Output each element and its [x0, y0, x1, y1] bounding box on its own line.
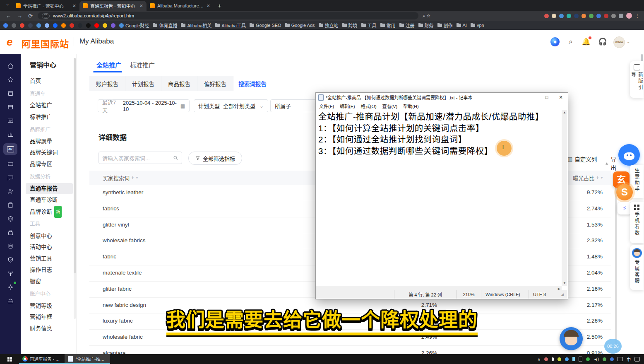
extension-icon[interactable] — [611, 14, 616, 18]
notepad-window[interactable]: *全站推广-推商品 【如何通过数据判断哪些关键词需要降权】.txt - 记事本 … — [315, 92, 568, 299]
notepad-vscrollbar[interactable]: ▲▼ — [562, 110, 567, 286]
bookmark-favicon[interactable] — [3, 23, 8, 28]
sub-account-filter[interactable]: 所属子 — [270, 99, 320, 112]
growth-icon[interactable] — [4, 269, 17, 278]
extension-icon[interactable] — [567, 14, 571, 18]
bookmark-favicon[interactable] — [45, 23, 49, 28]
video-icon[interactable] — [4, 116, 17, 125]
col-keyword-label[interactable]: 买家搜索词 — [103, 174, 130, 182]
customize-columns-button[interactable]: |▥ 自定义列 — [564, 155, 597, 163]
back-icon[interactable]: ← — [6, 13, 11, 19]
ad-report-icon[interactable]: AD — [3, 143, 17, 155]
user-menu-chevron-icon[interactable]: ⌄ — [627, 39, 630, 44]
col-exposure-label[interactable]: 曝光占比 — [573, 174, 594, 182]
url-input[interactable]: ☷ www2.alibaba.com/ads/p4p/report.htm — [38, 12, 418, 19]
sidebar-item-0[interactable]: 首页 — [30, 75, 76, 87]
sidebar-item-10[interactable]: 直通车诊断 — [30, 194, 76, 206]
finance-icon[interactable] — [4, 241, 17, 251]
report-tab-3[interactable]: 偏好报告 — [197, 76, 233, 91]
menu-2[interactable]: 格式(O) — [361, 103, 377, 109]
sort-icon[interactable]: ▲▼ — [596, 176, 599, 179]
column-filter-icon[interactable]: ▼ — [600, 176, 603, 180]
microphone-icon[interactable] — [552, 357, 554, 361]
extension-icon[interactable] — [582, 14, 586, 18]
sidebar-item-16[interactable]: 操作日志 — [30, 264, 76, 276]
tab-biaozhun[interactable]: 标准推广 — [130, 60, 155, 69]
brand-name[interactable]: 阿里国际站 — [22, 36, 69, 50]
sidebar-item-2[interactable]: 全站推广 — [30, 100, 76, 111]
bookmark-favicon[interactable] — [78, 23, 82, 28]
menu-1[interactable]: 编辑(E) — [340, 103, 355, 109]
bookmark-favicon[interactable] — [111, 23, 115, 28]
search-icon[interactable]: ⌕ — [566, 37, 575, 46]
support-headset-icon[interactable]: 🎧 — [598, 37, 607, 46]
phone-data-tab[interactable]: 手机看数 — [630, 202, 644, 243]
sidebar-item-6[interactable]: 品牌关键词 — [30, 147, 76, 159]
plan-type-filter[interactable]: 计划类型 全部计划类型 ⌄ — [194, 99, 268, 112]
notepad-titlebar[interactable]: *全站推广-推商品 【如何通过数据判断哪些关键词需要降权】.txt - 记事本 … — [316, 93, 568, 102]
chrome-menu-icon[interactable]: ⋮ — [635, 13, 640, 19]
tab-close-icon[interactable]: ✕ — [207, 3, 210, 9]
tray-app-icon[interactable] — [565, 357, 569, 361]
bookmark-item-11[interactable]: 财务 — [418, 22, 434, 29]
sidebar-item-11[interactable]: 品牌诊断新 — [30, 206, 76, 217]
bookmark-item-7[interactable]: 跨境 — [342, 22, 358, 29]
tab-quanzhan[interactable]: 全站推广 — [96, 60, 121, 69]
sidebar-item-21[interactable]: 财务信息 — [30, 323, 76, 335]
bookmark-favicon[interactable] — [28, 23, 33, 28]
bookmark-favicon[interactable] — [70, 23, 74, 28]
sort-icon[interactable]: ▲▼ — [131, 176, 134, 179]
analytics-icon[interactable] — [4, 130, 17, 139]
tray-app-icon[interactable] — [557, 357, 561, 361]
security-icon[interactable] — [4, 255, 17, 264]
customers-icon[interactable] — [4, 187, 17, 196]
bookmark-favicon[interactable] — [86, 23, 91, 28]
new-version-guide-tab[interactable]: 新版引导 — [630, 61, 644, 98]
menu-3[interactable]: 查看(V) — [382, 103, 398, 109]
shield-check-icon[interactable] — [610, 357, 614, 361]
spark-icon[interactable] — [4, 282, 17, 292]
alibaba-logo-icon[interactable]: e — [7, 36, 21, 48]
sidebar-item-15[interactable]: 营销工具 — [30, 253, 76, 265]
sidebar-item-3[interactable]: 标准推广 — [30, 111, 76, 123]
sidebar-item-17[interactable]: 橱窗 — [30, 276, 76, 287]
membership-diamond-icon[interactable] — [550, 37, 560, 46]
start-button[interactable] — [0, 354, 19, 364]
menu-4[interactable]: 帮助(H) — [403, 103, 418, 109]
browser-tab-2[interactable]: Alibaba Manufacturer Direct...✕ — [147, 1, 214, 11]
action-center-icon[interactable] — [634, 357, 640, 362]
bookmark-item-10[interactable]: 注册 — [399, 22, 415, 29]
extension-icon[interactable] — [544, 14, 549, 18]
tray-expand-icon[interactable]: ∧ — [537, 357, 540, 362]
tray-app-icon[interactable] — [586, 357, 590, 361]
business-assistant-icon[interactable] — [618, 144, 640, 166]
global-icon[interactable] — [4, 214, 17, 223]
browser-tab-1[interactable]: 直通车报告 - 营销中心✕ — [79, 1, 147, 11]
close-button[interactable]: ✕ — [554, 93, 568, 102]
minimize-button[interactable]: — — [526, 93, 540, 102]
bookmark-favicon[interactable] — [12, 23, 16, 28]
date-range-filter[interactable]: 最近7天 2025-10-04 - 2025-10-10 ▦ — [98, 99, 190, 112]
bookmark-item-4[interactable]: Google SEO — [250, 23, 281, 28]
extension-icon[interactable] — [604, 14, 608, 18]
bookmark-item-3[interactable]: Alibaba工具 — [215, 22, 246, 29]
zoom-search-icon[interactable]: ⌕ — [423, 12, 425, 19]
customer-service-tab[interactable]: 专属客服 — [630, 245, 644, 290]
profile-avatar[interactable] — [626, 13, 632, 19]
extension-icon[interactable] — [596, 14, 601, 18]
sidebar-item-9[interactable]: 直通车报告 — [26, 183, 73, 195]
bookmark-item-14[interactable]: vpn — [471, 23, 484, 28]
notepad-text-area[interactable]: 全站推广-推商品计划【新品加速/潜力品成长/优爆品助推】1：【如何计算全站推计划… — [316, 110, 562, 287]
bookmark-item-6[interactable]: 独立站 — [319, 22, 339, 29]
notification-bell-icon[interactable]: 🔔 — [582, 37, 591, 46]
forward-icon[interactable]: → — [17, 13, 22, 19]
sidebar-item-19[interactable]: 营销等级 — [30, 300, 76, 312]
bookmark-favicon[interactable] — [103, 23, 107, 28]
report-tab-0[interactable]: 账户报告 — [89, 76, 125, 91]
coupon-icon[interactable] — [4, 159, 17, 169]
extension-icon[interactable] — [559, 14, 564, 18]
report-tab-4[interactable]: 搜索词报告 — [233, 76, 272, 91]
procurement-icon[interactable] — [4, 228, 17, 237]
home-icon[interactable] — [4, 61, 17, 70]
volume-icon[interactable]: ◄) — [594, 357, 599, 362]
